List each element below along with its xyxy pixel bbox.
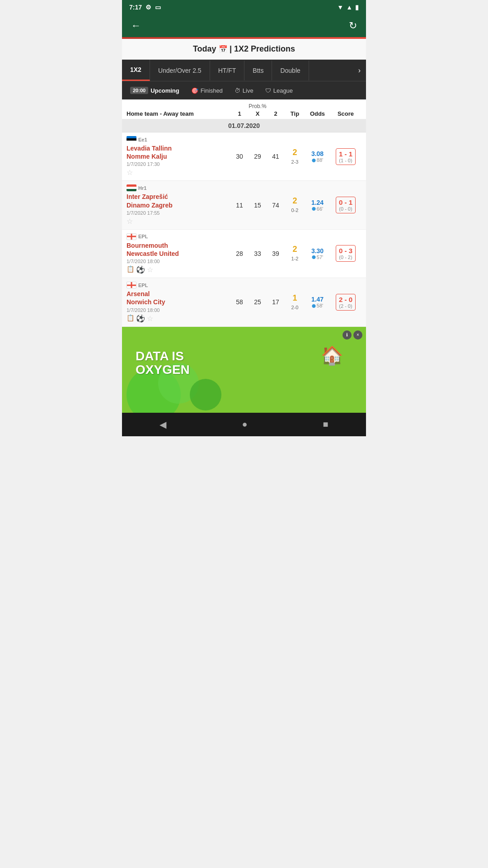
- filter-finished[interactable]: 🎯 Finished: [188, 85, 226, 96]
- finished-icon: 🎯: [191, 87, 198, 94]
- calendar-icon[interactable]: 📅: [219, 45, 230, 53]
- header-separator: |: [230, 44, 234, 53]
- probx-cell: 15: [249, 202, 267, 209]
- minute-value: 88': [317, 157, 323, 163]
- minute-dot: ⬤: [312, 255, 316, 259]
- odds-cell: 3.08 ⬤ 88': [305, 150, 330, 163]
- nav-bar: ◀ ● ■: [122, 413, 366, 436]
- ad-text: DATA IS OXYGEN: [136, 349, 190, 377]
- odds-cell: 1.24 ⬤ 66': [305, 199, 330, 212]
- status-time: 7:17 ⚙ ▭: [129, 4, 161, 11]
- tip-value: 2: [285, 148, 305, 157]
- finished-label: Finished: [201, 87, 223, 94]
- score-main: 1 - 1: [339, 150, 352, 158]
- back-button[interactable]: ←: [131, 20, 141, 32]
- odds-cell: 3.30 ⬤ 57': [305, 247, 330, 260]
- refresh-button[interactable]: ↻: [349, 20, 357, 32]
- score-box: 0 - 3 (0 - 2): [336, 245, 356, 262]
- match-info: Hr1 Inter Zaprešić Dinamo Zagreb 1/7/202…: [127, 184, 230, 225]
- odds-value: 1.47: [305, 296, 330, 303]
- score-cell: 0 - 1 (0 - 0): [330, 197, 361, 213]
- col-prob1-header: 1: [230, 110, 249, 117]
- tabs-more-arrow[interactable]: ›: [353, 60, 366, 81]
- team-names: Levadia Tallinn Nomme Kalju: [127, 144, 230, 160]
- match-time: 1/7/2020 17:30: [127, 161, 230, 167]
- tip-cell: 2 2-3: [285, 148, 305, 165]
- prob2-cell: 39: [267, 250, 285, 257]
- odds-value: 3.08: [305, 150, 330, 157]
- score-box: 0 - 1 (0 - 0): [336, 197, 356, 213]
- tip-sub: 1-2: [291, 256, 299, 261]
- odds-value: 3.30: [305, 247, 330, 255]
- ad-line2: OXYGEN: [136, 363, 190, 377]
- home-team: Inter Zaprešić: [127, 193, 230, 201]
- matches-list: Ee1 Levadia Tallinn Nomme Kalju 1/7/2020…: [122, 132, 366, 327]
- tab-htft[interactable]: HT/FT: [210, 61, 245, 80]
- nav-recents-button[interactable]: ■: [323, 419, 328, 429]
- probx-cell: 25: [249, 298, 267, 306]
- prob2-cell: 41: [267, 153, 285, 160]
- col-tip-header: Tip: [285, 110, 305, 117]
- col-odds-header: Odds: [305, 110, 330, 117]
- page-header: Today 📅 | 1X2 Predictions: [122, 39, 366, 60]
- tab-double[interactable]: Double: [272, 61, 309, 80]
- away-team: Nomme Kalju: [127, 152, 230, 160]
- nav-home-button[interactable]: ●: [242, 419, 247, 429]
- league-code: EPL: [138, 234, 148, 239]
- league-code: Ee1: [138, 137, 147, 142]
- minute-value: 58': [317, 303, 323, 308]
- score-cell: 0 - 3 (0 - 2): [330, 245, 361, 262]
- prob1-cell: 28: [230, 250, 249, 257]
- prob1-cell: 58: [230, 298, 249, 306]
- flag-estonia: [127, 136, 136, 143]
- flag-england: [127, 233, 136, 240]
- prob-header: Prob.%: [230, 103, 285, 109]
- team-names: Bournemouth Newcastle United: [127, 241, 230, 258]
- filter-live[interactable]: ⏱ Live: [231, 85, 257, 96]
- league-code: Hr1: [138, 185, 146, 191]
- prob1-cell: 30: [230, 153, 249, 160]
- upcoming-label: Upcoming: [150, 87, 179, 94]
- match-row[interactable]: EPL Bournemouth Newcastle United 1/7/202…: [122, 230, 366, 278]
- match-row[interactable]: EPL Arsenal Norwich City 1/7/2020 18:00 …: [122, 278, 366, 326]
- tab-btts[interactable]: Btts: [244, 61, 272, 80]
- filter-league[interactable]: 🛡 League: [262, 85, 296, 96]
- tip-cell: 2 1-2: [285, 245, 305, 262]
- prob2-cell: 74: [267, 202, 285, 209]
- status-bar: 7:17 ⚙ ▭ ▼ ▲ ▮: [122, 0, 366, 14]
- filter-upcoming[interactable]: 20:00 Upcoming: [127, 85, 183, 96]
- score-half: (0 - 2): [339, 255, 352, 260]
- tip-sub: 0-2: [291, 208, 299, 213]
- tip-sub: 2-3: [291, 159, 299, 165]
- match-icons: 📋⚽☆: [127, 314, 230, 323]
- tip-value: 2: [285, 245, 305, 254]
- doc-icon: 📋: [127, 265, 134, 274]
- status-icons: ▼ ▲ ▮: [337, 4, 359, 11]
- match-time: 1/7/2020 17:55: [127, 210, 230, 216]
- match-row[interactable]: Ee1 Levadia Tallinn Nomme Kalju 1/7/2020…: [122, 132, 366, 181]
- match-row[interactable]: Hr1 Inter Zaprešić Dinamo Zagreb 1/7/202…: [122, 181, 366, 229]
- odds-minute: ⬤ 66': [305, 206, 330, 212]
- tip-value: 1: [285, 293, 305, 303]
- league-label: League: [273, 87, 293, 94]
- prob1-cell: 11: [230, 202, 249, 209]
- col-prob2-header: 2: [267, 110, 285, 117]
- league-flag: EPL: [127, 233, 230, 240]
- tip-value: 2: [285, 196, 305, 206]
- probx-cell: 33: [249, 250, 267, 257]
- team-names: Arsenal Norwich City: [127, 290, 230, 306]
- ad-close-button[interactable]: ×: [353, 330, 362, 340]
- nav-back-button[interactable]: ◀: [160, 419, 166, 430]
- tab-under-over[interactable]: Under/Over 2.5: [150, 61, 210, 80]
- tab-1x2[interactable]: 1X2: [122, 60, 150, 81]
- home-team: Levadia Tallinn: [127, 144, 230, 152]
- star-icon: ☆: [127, 217, 133, 226]
- home-team: Bournemouth: [127, 241, 230, 250]
- minute-value: 57': [317, 255, 323, 260]
- odds-minute: ⬤ 88': [305, 157, 330, 163]
- ad-info-button[interactable]: ℹ: [343, 330, 352, 340]
- tip-cell: 2 0-2: [285, 196, 305, 214]
- tip-cell: 1 2-0: [285, 293, 305, 311]
- filter-bar: 20:00 Upcoming 🎯 Finished ⏱ Live 🛡 Leagu…: [122, 81, 366, 99]
- soccer-icon: ⚽: [136, 314, 145, 323]
